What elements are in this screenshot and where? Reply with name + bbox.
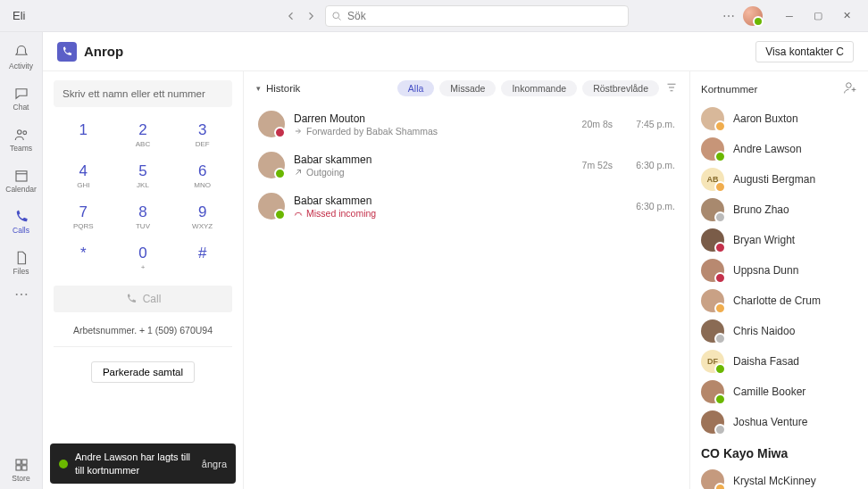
filter-missed[interactable]: Missade	[439, 80, 496, 96]
window-minimize-icon[interactable]: ─	[777, 4, 802, 29]
keypad-key-8[interactable]: 8TUV	[113, 196, 173, 237]
page-header: Anrop Visa kontakter C	[43, 32, 868, 71]
rail-calls[interactable]: Calls	[0, 202, 43, 241]
add-speed-dial-icon[interactable]	[843, 80, 857, 98]
keypad-key-*[interactable]: *	[54, 237, 113, 278]
rail-calendar[interactable]: Calendar	[0, 161, 43, 200]
svg-rect-4	[16, 460, 21, 464]
speed-dial-contact[interactable]: Charlotte de Crum	[701, 289, 857, 312]
avatar	[701, 410, 724, 434]
speed-dial-contact[interactable]: ABAugusti Bergman	[701, 168, 857, 191]
keypad-key-5[interactable]: 5JKL	[113, 155, 173, 196]
titlebar: Eli Sök ⋯ ─ ▢ ✕	[0, 0, 868, 32]
user-avatar[interactable]	[743, 6, 763, 26]
contact-name: Camille Booker	[733, 385, 805, 398]
history-name: Babar skammen	[294, 195, 559, 207]
avatar	[701, 228, 724, 252]
toast-message: Andre Lawson har lagts till till kortnum…	[75, 451, 195, 477]
history-panel: ▾ Historik Alla Missade Inkommande Röstb…	[244, 71, 689, 489]
calls-app-icon	[57, 42, 77, 62]
speed-dial-contact[interactable]: Camille Booker	[701, 380, 857, 403]
keypad-key-2[interactable]: 2ABC	[113, 114, 173, 155]
svg-point-0	[333, 12, 339, 18]
rail-chat[interactable]: Chat	[0, 79, 43, 118]
rail-activity[interactable]: Activity	[0, 37, 43, 77]
rail-more-icon[interactable]: ⋯	[14, 286, 29, 303]
keypad-key-3[interactable]: 3DEF	[172, 114, 232, 155]
history-subtext: Forwarded by Babak Shammas	[294, 126, 559, 137]
contact-name: Daisha Fasad	[733, 355, 799, 368]
nav-forward-icon[interactable]	[304, 9, 318, 23]
parked-calls-button[interactable]: Parkerade samtal	[91, 361, 195, 383]
keypad-key-4[interactable]: 4GHI	[54, 155, 113, 196]
history-subtext: Outgoing	[294, 167, 559, 178]
history-item[interactable]: Babar skammen Outgoing7m 52s6:30 p.m.	[256, 145, 677, 186]
history-time: 7:45 p.m.	[622, 119, 675, 129]
history-name: Babar skammen	[294, 153, 559, 166]
dial-input[interactable]: Skriv ett namn eller ett nummer	[54, 80, 232, 107]
window-close-icon[interactable]: ✕	[834, 4, 859, 29]
contact-name: Bryan Wright	[733, 234, 795, 246]
rail-teams[interactable]: Teams	[0, 120, 43, 159]
history-duration: 20m 8s	[568, 119, 613, 129]
speed-dial-contact[interactable]: Bruno Zhao	[701, 198, 857, 221]
avatar	[258, 111, 285, 137]
speed-dial-contact[interactable]: Bryan Wright	[701, 228, 857, 252]
keypad-key-#[interactable]: #	[172, 237, 232, 278]
nav-back-icon[interactable]	[284, 9, 298, 23]
keypad-key-1[interactable]: 1	[54, 114, 113, 155]
avatar	[701, 380, 724, 403]
more-icon[interactable]: ⋯	[722, 9, 736, 23]
history-time: 6:30 p.m.	[622, 160, 675, 170]
keypad-key-7[interactable]: 7PQRS	[54, 196, 113, 237]
rail-store[interactable]: Store	[0, 450, 43, 489]
work-number: Arbetsnummer. + 1 (509) 670U94	[54, 325, 232, 347]
page-title: Anrop	[84, 44, 123, 59]
avatar	[258, 193, 285, 220]
call-button[interactable]: Call	[54, 286, 232, 312]
search-placeholder: Sök	[347, 10, 366, 22]
contact-name: Augusti Bergman	[733, 173, 815, 186]
history-name: Darren Mouton	[294, 112, 559, 125]
avatar	[701, 198, 724, 221]
search-input[interactable]: Sök	[325, 5, 629, 27]
filter-voicemail[interactable]: Röstbrevlåde	[582, 80, 659, 96]
avatar	[701, 259, 724, 282]
contact-name: Charlotte de Crum	[733, 294, 821, 307]
speed-dial-contact[interactable]: Joshua Venture	[701, 410, 857, 434]
app-title: Eli	[9, 9, 277, 22]
history-item[interactable]: Babar skammen Missed incoming6:30 p.m.	[256, 186, 677, 227]
avatar: DF	[701, 350, 724, 373]
history-list: Darren Mouton Forwarded by Babak Shammas…	[256, 104, 677, 227]
avatar	[258, 152, 285, 178]
contact-name: Uppsna Dunn	[733, 264, 798, 277]
contact-name: Andre Lawson	[733, 143, 802, 155]
keypad-key-6[interactable]: 6MNO	[172, 155, 232, 196]
speed-dial-contact[interactable]: Uppsna Dunn	[701, 259, 857, 282]
svg-point-1	[17, 129, 21, 134]
speed-dial-title: Kortnummer	[701, 84, 757, 95]
window-maximize-icon[interactable]: ▢	[805, 4, 830, 29]
filter-all[interactable]: Alla	[397, 80, 435, 96]
history-item[interactable]: Darren Mouton Forwarded by Babak Shammas…	[256, 104, 677, 145]
speed-dial-contact[interactable]: Krystal McKinney	[701, 469, 857, 489]
rail-files[interactable]: Files	[0, 243, 43, 282]
keypad-key-0[interactable]: 0+	[113, 237, 173, 278]
speed-dial-contact[interactable]: Chris Naidoo	[701, 319, 857, 343]
history-collapse-icon[interactable]: ▾	[256, 84, 261, 93]
contact-group-header[interactable]: CO Kayo Miwa	[701, 446, 857, 460]
keypad-key-9[interactable]: 9WXYZ	[172, 196, 232, 237]
show-contacts-button[interactable]: Visa kontakter C	[755, 41, 854, 62]
contact-name: Bruno Zhao	[733, 203, 789, 216]
dialer-panel: Skriv ett namn eller ett nummer 12ABC3DE…	[43, 71, 244, 489]
speed-dial-contact[interactable]: Aaron Buxton	[701, 107, 857, 130]
avatar	[701, 319, 724, 343]
speed-dial-contact[interactable]: Andre Lawson	[701, 137, 857, 161]
filter-incoming[interactable]: Inkommande	[501, 80, 577, 96]
toast-undo-button[interactable]: ångra	[202, 459, 227, 469]
speed-dial-contact[interactable]: DFDaisha Fasad	[701, 350, 857, 373]
avatar	[701, 107, 724, 130]
filter-icon[interactable]	[666, 82, 677, 95]
history-duration: 7m 52s	[568, 160, 613, 170]
search-icon	[331, 11, 342, 21]
